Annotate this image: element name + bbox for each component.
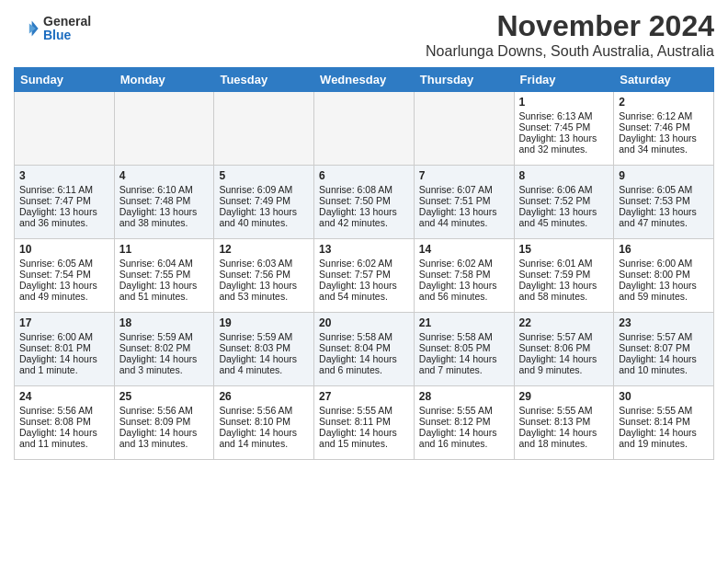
day-number: 8: [519, 169, 609, 182]
sunrise-label: Sunrise: 6:10 AM: [119, 184, 193, 195]
day-number: 23: [619, 316, 709, 329]
daylight-label: Daylight: 13 hours and 51 minutes.: [119, 280, 198, 302]
sunrise-label: Sunrise: 6:00 AM: [19, 331, 93, 342]
calendar-cell: 8 Sunrise: 6:06 AM Sunset: 7:52 PM Dayli…: [514, 166, 614, 239]
daylight-label: Daylight: 13 hours and 40 minutes.: [219, 206, 297, 228]
calendar-cell: 3 Sunrise: 6:11 AM Sunset: 7:47 PM Dayli…: [15, 166, 115, 239]
calendar-cell: 26 Sunrise: 5:56 AM Sunset: 8:10 PM Dayl…: [214, 386, 314, 460]
day-number: 30: [619, 390, 709, 403]
day-number: 1: [519, 96, 609, 109]
day-number: 27: [319, 390, 409, 403]
calendar-table: SundayMondayTuesdayWednesdayThursdayFrid…: [14, 67, 714, 460]
sunrise-label: Sunrise: 5:55 AM: [619, 405, 692, 416]
sunset-label: Sunset: 8:03 PM: [219, 342, 290, 353]
weekday-header: Sunday: [15, 68, 115, 92]
sunrise-label: Sunrise: 6:13 AM: [519, 110, 593, 121]
calendar-cell: 27 Sunrise: 5:55 AM Sunset: 8:11 PM Dayl…: [314, 386, 415, 460]
daylight-label: Daylight: 14 hours and 13 minutes.: [119, 427, 198, 449]
calendar-week-row: 24 Sunrise: 5:56 AM Sunset: 8:08 PM Dayl…: [15, 386, 714, 460]
sunrise-label: Sunrise: 6:04 AM: [119, 258, 193, 269]
sunset-label: Sunset: 8:04 PM: [319, 342, 391, 353]
daylight-label: Daylight: 14 hours and 3 minutes.: [119, 353, 198, 375]
calendar-cell: 17 Sunrise: 6:00 AM Sunset: 8:01 PM Dayl…: [15, 313, 115, 386]
sunset-label: Sunset: 7:48 PM: [119, 195, 191, 206]
sunrise-label: Sunrise: 6:12 AM: [619, 110, 692, 121]
calendar-cell: 12 Sunrise: 6:03 AM Sunset: 7:56 PM Dayl…: [214, 239, 314, 313]
sunset-label: Sunset: 7:50 PM: [319, 195, 391, 206]
day-number: 21: [419, 316, 509, 329]
sunrise-label: Sunrise: 6:09 AM: [219, 184, 292, 195]
calendar-cell: 20 Sunrise: 5:58 AM Sunset: 8:04 PM Dayl…: [314, 313, 415, 386]
sunset-label: Sunset: 8:10 PM: [219, 416, 290, 427]
sunrise-label: Sunrise: 6:02 AM: [419, 258, 493, 269]
daylight-label: Daylight: 14 hours and 1 minute.: [19, 353, 97, 375]
calendar-cell: [414, 92, 514, 166]
calendar-cell: [214, 92, 314, 166]
daylight-label: Daylight: 14 hours and 9 minutes.: [519, 353, 597, 375]
calendar-cell: 22 Sunrise: 5:57 AM Sunset: 8:06 PM Dayl…: [514, 313, 614, 386]
calendar-week-row: 17 Sunrise: 6:00 AM Sunset: 8:01 PM Dayl…: [15, 313, 714, 386]
calendar-cell: 28 Sunrise: 5:55 AM Sunset: 8:12 PM Dayl…: [414, 386, 514, 460]
daylight-label: Daylight: 13 hours and 47 minutes.: [619, 206, 697, 228]
day-number: 16: [619, 243, 709, 256]
sunrise-label: Sunrise: 5:55 AM: [319, 405, 392, 416]
sunset-label: Sunset: 7:59 PM: [519, 269, 591, 280]
day-number: 10: [19, 243, 109, 256]
page-header: General Blue November 2024 Noarlunga Dow…: [14, 9, 714, 60]
sunrise-label: Sunrise: 6:03 AM: [219, 258, 292, 269]
daylight-label: Daylight: 13 hours and 56 minutes.: [419, 280, 497, 302]
sunset-label: Sunset: 8:12 PM: [419, 416, 491, 427]
day-number: 14: [419, 243, 509, 256]
calendar-cell: 23 Sunrise: 5:57 AM Sunset: 8:07 PM Dayl…: [614, 313, 714, 386]
sunset-label: Sunset: 8:07 PM: [619, 342, 690, 353]
sunset-label: Sunset: 7:47 PM: [19, 195, 91, 206]
day-number: 11: [119, 243, 210, 256]
day-number: 20: [319, 316, 409, 329]
day-number: 6: [319, 169, 409, 182]
sunset-label: Sunset: 7:46 PM: [619, 121, 690, 132]
day-number: 3: [19, 169, 109, 182]
logo: General Blue: [14, 15, 91, 43]
daylight-label: Daylight: 13 hours and 32 minutes.: [519, 132, 597, 155]
calendar-cell: [15, 92, 115, 166]
daylight-label: Daylight: 13 hours and 44 minutes.: [419, 206, 497, 228]
day-number: 24: [19, 390, 109, 403]
sunset-label: Sunset: 8:08 PM: [19, 416, 91, 427]
sunrise-label: Sunrise: 6:01 AM: [519, 258, 593, 269]
sunrise-label: Sunrise: 5:56 AM: [119, 405, 193, 416]
day-number: 4: [119, 169, 210, 182]
weekday-header: Saturday: [614, 68, 714, 92]
sunset-label: Sunset: 7:57 PM: [319, 269, 391, 280]
calendar-week-row: 1 Sunrise: 6:13 AM Sunset: 7:45 PM Dayli…: [15, 92, 714, 166]
page-subtitle: Noarlunga Downs, South Australia, Austra…: [426, 43, 714, 60]
daylight-label: Daylight: 14 hours and 6 minutes.: [319, 353, 397, 375]
daylight-label: Daylight: 13 hours and 36 minutes.: [19, 206, 97, 228]
weekday-header: Tuesday: [214, 68, 314, 92]
sunrise-label: Sunrise: 6:05 AM: [19, 258, 93, 269]
sunset-label: Sunset: 7:55 PM: [119, 269, 191, 280]
sunrise-label: Sunrise: 5:55 AM: [519, 405, 593, 416]
sunrise-label: Sunrise: 5:58 AM: [319, 331, 392, 342]
sunrise-label: Sunrise: 6:02 AM: [319, 258, 392, 269]
day-number: 26: [219, 390, 309, 403]
sunset-label: Sunset: 8:13 PM: [519, 416, 591, 427]
day-number: 17: [19, 316, 109, 329]
weekday-header: Wednesday: [314, 68, 415, 92]
daylight-label: Daylight: 13 hours and 49 minutes.: [19, 280, 97, 302]
calendar-cell: 19 Sunrise: 5:59 AM Sunset: 8:03 PM Dayl…: [214, 313, 314, 386]
day-number: 5: [219, 169, 309, 182]
calendar-cell: 1 Sunrise: 6:13 AM Sunset: 7:45 PM Dayli…: [514, 92, 614, 166]
daylight-label: Daylight: 13 hours and 38 minutes.: [119, 206, 198, 228]
calendar-cell: 2 Sunrise: 6:12 AM Sunset: 7:46 PM Dayli…: [614, 92, 714, 166]
daylight-label: Daylight: 14 hours and 14 minutes.: [219, 427, 297, 449]
daylight-label: Daylight: 14 hours and 4 minutes.: [219, 353, 297, 375]
calendar-cell: 14 Sunrise: 6:02 AM Sunset: 7:58 PM Dayl…: [414, 239, 514, 313]
daylight-label: Daylight: 13 hours and 42 minutes.: [319, 206, 397, 228]
sunset-label: Sunset: 8:05 PM: [419, 342, 491, 353]
sunset-label: Sunset: 7:52 PM: [519, 195, 591, 206]
sunrise-label: Sunrise: 6:06 AM: [519, 184, 593, 195]
calendar-cell: 18 Sunrise: 5:59 AM Sunset: 8:02 PM Dayl…: [114, 313, 214, 386]
day-number: 19: [219, 316, 309, 329]
daylight-label: Daylight: 13 hours and 59 minutes.: [619, 280, 697, 302]
daylight-label: Daylight: 14 hours and 10 minutes.: [619, 353, 697, 375]
